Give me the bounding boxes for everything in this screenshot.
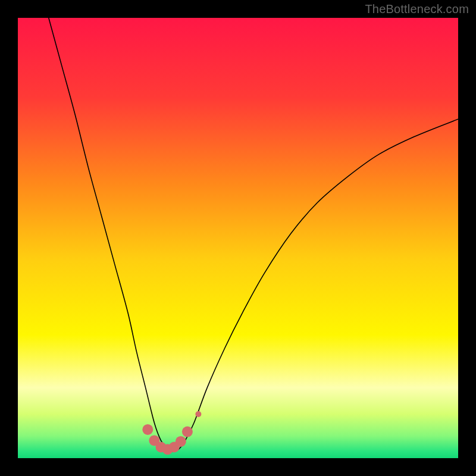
watermark-text: TheBottleneck.com [365,2,469,16]
marker-point [142,424,153,435]
marker-point [195,411,201,417]
chart-svg [18,18,458,458]
chart-frame: TheBottleneck.com [0,0,476,476]
gradient-background [18,18,458,458]
marker-point [182,427,193,437]
plot-area [18,18,458,458]
marker-point [176,436,186,447]
